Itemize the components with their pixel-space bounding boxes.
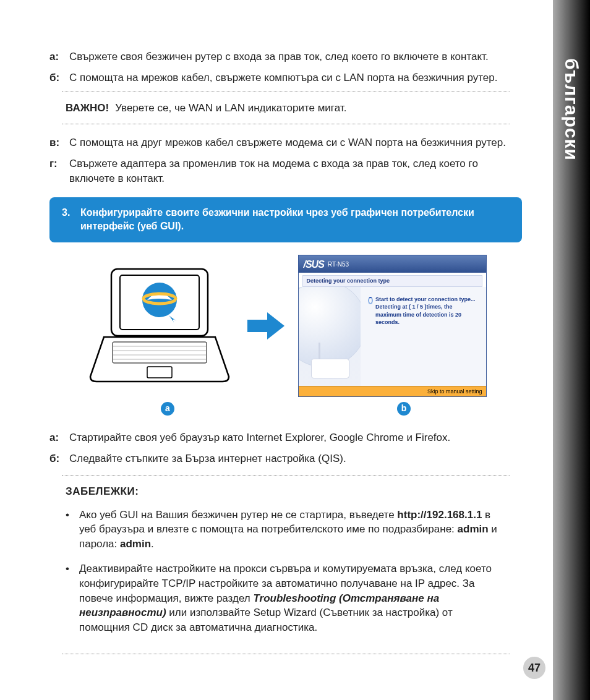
skip-manual-button[interactable]: Skip to manual setting [299, 386, 486, 397]
step-banner: 3. Конфигурирайте своите безжични настро… [49, 197, 522, 242]
language-sidebar: български [553, 0, 590, 700]
router-model: RT-N53 [328, 260, 349, 269]
step-label: а: [49, 49, 62, 64]
language-label: български [561, 58, 582, 161]
svg-rect-4 [113, 342, 207, 363]
step-a2: а: Стартирайте своя уеб браузър като Int… [49, 430, 522, 445]
important-text: Уверете се, че WAN и LAN индикаторите ми… [115, 101, 346, 116]
banner-text: Конфигурирайте своите безжични настройки… [80, 206, 510, 234]
arrow-icon [246, 311, 286, 341]
steps-group-2: в: С помощта на друг мрежов кабел свърже… [49, 135, 522, 186]
router-setup-screenshot: /SUS RT-N53 Detecting your connection ty… [298, 255, 487, 398]
important-label: ВАЖНО! [66, 101, 109, 116]
step-a: а: Свържете своя безжичен рутер с входа … [49, 49, 522, 64]
steps-group-1: а: Свържете своя безжичен рутер с входа … [49, 49, 522, 85]
step-label: б: [49, 451, 62, 466]
note-item: • Ако уеб GUI на Вашия безжичен рутер не… [66, 508, 506, 552]
step-b2: б: Следвайте стъпките за Бърза интернет … [49, 451, 522, 466]
asus-logo: /SUS [304, 258, 324, 271]
step-b: б: С помощта на мрежов кабел, свържете к… [49, 70, 522, 85]
step-g: г: Свържете адаптера за променлив ток на… [49, 156, 522, 186]
laptop-illustration [85, 262, 234, 390]
step-text: Следвайте стъпките за Бърза интернет нас… [69, 451, 522, 466]
figure-label-a: a [161, 402, 174, 416]
note-text: Ако уеб GUI на Вашия безжичен рутер не с… [79, 508, 506, 552]
mini-router-icon [311, 359, 349, 378]
figure-labels: a b [49, 402, 522, 416]
spinner-icon [368, 297, 373, 304]
svg-point-2 [142, 283, 177, 317]
page-number: 47 [523, 657, 545, 679]
note-text: Деактивирайте настройките на прокси сърв… [79, 561, 506, 635]
step-label: г: [49, 156, 62, 186]
notes-list: • Ако уеб GUI на Вашия безжичен рутер не… [66, 508, 506, 635]
step-text: С помощта на мрежов кабел, свържете комп… [69, 70, 522, 85]
globe-icon [299, 287, 361, 367]
steps-group-3: а: Стартирайте своя уеб браузър като Int… [49, 430, 522, 466]
step-label: а: [49, 430, 62, 445]
banner-number: 3. [62, 206, 73, 234]
router-body: Start to detect your connection type... … [299, 287, 486, 386]
note-item: • Деактивирайте настройките на прокси съ… [66, 561, 506, 635]
router-header: /SUS RT-N53 [299, 255, 486, 273]
notes-box: ЗАБЕЛЕЖКИ: • Ако уеб GUI на Вашия безжич… [62, 475, 510, 654]
page-content: а: Свържете своя безжичен рутер с входа … [0, 0, 590, 685]
router-left-graphic [299, 287, 361, 386]
router-subheader: Detecting your connection type [302, 275, 482, 287]
bullet-icon: • [66, 561, 73, 635]
svg-rect-9 [147, 367, 172, 378]
step-v: в: С помощта на друг мрежов кабел свърже… [49, 135, 522, 150]
figure-label-b: b [397, 402, 411, 416]
notes-title: ЗАБЕЛЕЖКИ: [66, 484, 506, 499]
detect-line1: Start to detect your connection type... [375, 296, 480, 304]
step-text: Свържете адаптера за променлив ток на мо… [69, 156, 522, 186]
bullet-icon: • [66, 508, 73, 552]
detect-line2: Detecting at ( 1 / 5 )times, the maximum… [375, 303, 480, 327]
step-label: в: [49, 135, 62, 150]
router-right-text: Start to detect your connection type... … [361, 287, 486, 386]
step-text: Стартирайте своя уеб браузър като Intern… [69, 430, 522, 445]
step-text: Свържете своя безжичен рутер с входа за … [69, 49, 522, 64]
step-label: б: [49, 70, 62, 85]
important-box: ВАЖНО! Уверете се, че WAN и LAN индикато… [62, 92, 510, 125]
step-text: С помощта на друг мрежов кабел свържете … [69, 135, 522, 150]
figure-row: /SUS RT-N53 Detecting your connection ty… [49, 255, 522, 398]
